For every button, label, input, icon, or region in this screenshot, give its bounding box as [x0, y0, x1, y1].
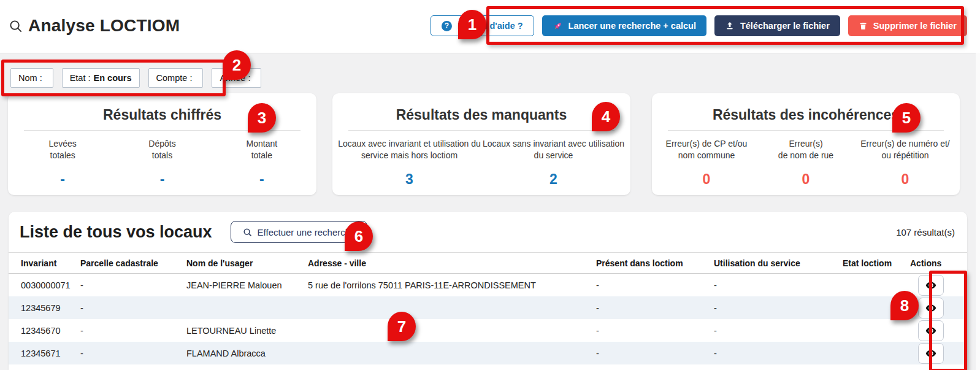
stat-depots-totals: Dépôts totals - [112, 138, 212, 188]
cell-actions [910, 342, 967, 364]
search-icon [9, 19, 23, 33]
page-title: Analyse LOCTIOM [28, 16, 180, 36]
stat-value: 3 [337, 171, 481, 188]
header-actions: ? Besoin d'aide ? Lancer une recherche +… [431, 15, 967, 36]
launch-search-calc-button[interactable]: Lancer une recherche + calcul [542, 15, 706, 36]
delete-file-button[interactable]: Supprimer le fichier [848, 15, 967, 36]
filter-chip-compte: Compte : [148, 68, 204, 88]
stat-label: Dépôts totals [112, 138, 212, 161]
cell-present: - [596, 319, 714, 342]
topbar: Analyse LOCTIOM ? Besoin d'aide ? Lancer… [0, 0, 980, 53]
cell-parcelle: - [80, 342, 186, 364]
cell-adresse: 5 rue de l'orrilons 75011 PARIS-11E-ARRO… [308, 274, 596, 297]
filter-chip-etat: Etat :En cours [62, 68, 140, 88]
table-row: 0030000071 - JEAN-PIERRE Malouen 5 rue d… [9, 274, 967, 297]
chip-label: Nom : [18, 73, 42, 83]
col-present-loctiom: Présent dans loctiom [596, 253, 714, 274]
help-button[interactable]: ? Besoin d'aide ? [431, 15, 534, 36]
download-button-label: Télécharger le fichier [740, 21, 830, 31]
card-divider [348, 130, 614, 131]
stat-value: - [13, 171, 112, 188]
cell-present: - [596, 342, 714, 364]
card-divider [668, 130, 944, 131]
view-row-button[interactable] [918, 343, 944, 364]
stat-locaux-avec-invariant: Locaux avec invariant et utilisation du … [337, 138, 481, 188]
list-header: Liste de tous vos locaux Effectuer une r… [9, 212, 967, 252]
cell-etat [843, 296, 910, 319]
cell-nom: LETOURNEAU Linette [186, 319, 308, 342]
cell-actions [910, 274, 967, 297]
cell-nom: JEAN-PIERRE Malouen [186, 274, 308, 297]
col-adresse-ville: Adresse - ville [308, 253, 596, 274]
cell-adresse [308, 319, 596, 342]
cell-present: - [596, 296, 714, 319]
cell-etat [843, 342, 910, 364]
cell-present: - [596, 274, 714, 297]
summary-cards: Résultats chiffrés Levées totales - Dépô… [8, 93, 960, 195]
cell-actions [910, 296, 967, 319]
view-row-button[interactable] [918, 320, 944, 341]
cell-actions [910, 319, 967, 342]
stat-label: Levées totales [13, 138, 112, 161]
chip-label: Année : [220, 73, 250, 83]
stat-value: 0 [856, 171, 955, 188]
list-title: Liste de tous vos locaux [20, 223, 212, 242]
card-resultats-incoherences: Résultats des incohérences Erreur(s) de … [652, 93, 960, 195]
eye-icon [925, 348, 936, 359]
cell-etat [843, 274, 910, 297]
cell-parcelle: - [80, 296, 186, 319]
stat-value: - [212, 171, 312, 188]
trash-icon [859, 21, 868, 31]
card-title: Résultats des incohérences [652, 107, 960, 123]
stat-locaux-sans-invariant: Locaux sans invariant avec utilisation d… [481, 138, 626, 188]
stat-value: 0 [657, 171, 756, 188]
col-utilisation-service: Utilisation du service [714, 253, 843, 274]
cell-nom [186, 296, 308, 319]
table-row: 12345670 - LETOURNEAU Linette - - [9, 319, 967, 342]
launch-button-label: Lancer une recherche + calcul [568, 21, 696, 31]
stat-erreurs-cp-commune: Erreur(s) de CP et/ou nom commune 0 [657, 138, 756, 188]
stat-label: Erreur(s) de CP et/ou nom commune [657, 138, 756, 161]
eye-icon [925, 303, 936, 314]
cell-invariant: 0030000071 [9, 274, 80, 297]
table-header-row: Invariant Parcelle cadastrale Nom de l'u… [9, 253, 967, 274]
view-row-button[interactable] [918, 275, 944, 296]
cell-invariant: 12345679 [9, 296, 80, 319]
cell-invariant: 12345671 [9, 342, 80, 364]
rocket-icon [553, 21, 563, 31]
card-resultats-chiffres: Résultats chiffrés Levées totales - Dépô… [8, 93, 316, 195]
filter-chip-annee: Année : [212, 68, 261, 88]
eye-icon [925, 325, 936, 336]
stat-label: Montant totale [212, 138, 312, 161]
card-resultats-manquants: Résultats des manquants Locaux avec inva… [332, 93, 630, 195]
stat-erreurs-numero-repetition: Erreur(s) de numéro et/ ou répétition 0 [856, 138, 955, 188]
chip-label: Compte : [156, 73, 193, 83]
analyse-loctiom-page: Analyse LOCTIOM ? Besoin d'aide ? Lancer… [0, 0, 980, 370]
cell-adresse [308, 296, 596, 319]
download-file-button[interactable]: Télécharger le fichier [714, 15, 840, 36]
col-actions: Actions [910, 253, 967, 274]
list-search-button[interactable]: Effectuer une recherche [231, 221, 368, 243]
stat-value: 2 [481, 171, 626, 188]
col-etat-loctiom: Etat loctiom [843, 253, 910, 274]
stat-levees-totales: Levées totales - [13, 138, 112, 188]
table-row: 12345671 - FLAMAND Albracca - - [9, 342, 967, 364]
view-row-button[interactable] [918, 298, 944, 318]
delete-button-label: Supprimer le fichier [873, 21, 957, 31]
cell-parcelle: - [80, 274, 186, 297]
cell-utilisation: - [714, 319, 843, 342]
eye-icon [925, 280, 936, 291]
stat-value: - [112, 171, 212, 188]
stat-label: Erreur(s) de numéro et/ ou répétition [856, 138, 955, 161]
table-row: 12345679 - - - [9, 296, 967, 319]
scrollbar-track[interactable] [976, 53, 980, 370]
cell-utilisation: - [714, 342, 843, 364]
stat-erreurs-nom-rue: Erreur(s) de nom de rue 0 [756, 138, 856, 188]
search-icon [243, 228, 252, 237]
help-button-label: Besoin d'aide ? [457, 21, 523, 31]
card-divider [24, 130, 301, 131]
filter-chip-nom: Nom : [10, 68, 53, 88]
cell-utilisation: - [714, 274, 843, 297]
locaux-table: Invariant Parcelle cadastrale Nom de l'u… [9, 252, 967, 364]
locaux-list-card: Liste de tous vos locaux Effectuer une r… [9, 212, 967, 370]
